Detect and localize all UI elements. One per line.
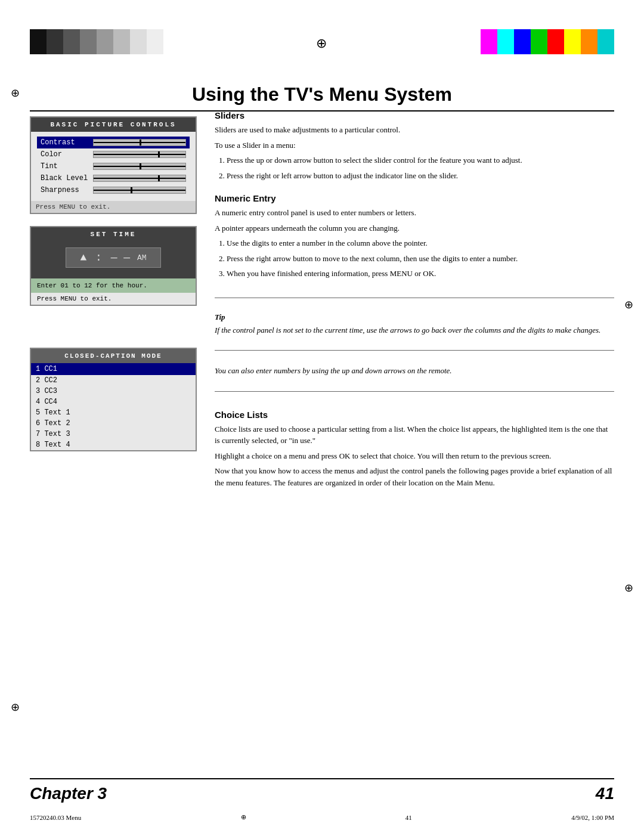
right-column: Sliders Sliders are used to make adjustm… [215, 110, 614, 761]
color-label: Color [41, 150, 88, 159]
cc-row-3: 3 CC3 [31, 386, 196, 397]
numeric-entry-intro: A numeric entry control panel is used to… [215, 207, 614, 219]
registration-mark-top [316, 36, 328, 48]
sliders-title: Sliders [215, 110, 614, 120]
sliders-step-2: Press the right or left arrow button to … [227, 170, 614, 182]
basic-picture-header: BASIC PICTURE CONTROLS [31, 117, 196, 132]
tip-label: Tip [215, 312, 614, 322]
set-time-body: ▲ : — — AM [31, 241, 196, 278]
menu-row-contrast: Contrast [37, 137, 190, 148]
color-swatch-r4 [531, 29, 547, 54]
slider-indicator-color [158, 151, 160, 157]
reg-mark-right-top: ⊕ [624, 298, 633, 311]
numeric-entry-intro2: A pointer appears underneath the column … [215, 222, 614, 234]
time-dashes: — — [111, 252, 130, 264]
sharpness-slider[interactable] [93, 187, 186, 194]
cc-row-7: 7 Text 3 [31, 429, 196, 439]
footer-page-num: 41 [596, 784, 614, 803]
time-colon: : [89, 252, 108, 264]
bottom-info-right: 4/9/02, 1:00 PM [571, 814, 614, 821]
color-swatch-r8 [597, 29, 614, 54]
contrast-slider[interactable] [93, 139, 186, 146]
cc-row-2: 2 CC2 [31, 375, 196, 386]
tip-divider-top [215, 298, 614, 298]
color-swatch-r3 [514, 29, 531, 54]
color-swatch-r5 [547, 29, 564, 54]
numeric-entry-section: Numeric Entry A numeric entry control pa… [215, 193, 614, 283]
color-swatch-6 [113, 29, 130, 54]
reg-mark-right-bottom: ⊕ [624, 581, 633, 594]
page-title: Using the TV's Menu System [30, 83, 614, 112]
cc-row-4: 4 CC4 [31, 397, 196, 407]
black-level-slider[interactable] [93, 175, 186, 182]
cc-row-5: 5 Text 1 [31, 407, 196, 418]
bottom-info-left: 15720240.03 Menu [30, 814, 81, 821]
bottom-info-center: 41 [405, 814, 412, 821]
sliders-step-1: Press the up or down arrow button to sel… [227, 154, 614, 166]
numeric-step-1: Use the digits to enter a number in the … [227, 237, 614, 249]
basic-picture-footer: Press MENU to exit. [31, 201, 196, 213]
main-content: BASIC PICTURE CONTROLS Contrast Color [30, 110, 614, 761]
color-swatch-r1 [481, 29, 497, 54]
left-column: BASIC PICTURE CONTROLS Contrast Color [30, 110, 197, 761]
footer-chapter: Chapter 3 [30, 784, 107, 803]
top-color-bar [0, 24, 644, 60]
spacer-middle [30, 318, 197, 336]
color-slider[interactable] [93, 151, 186, 158]
slider-indicator-tint [140, 163, 141, 169]
cc-row-1: 1 CC1 [31, 363, 196, 375]
choice-lists-section: Choice Lists Choice lists are used to ch… [215, 410, 614, 493]
black-level-label: Black Level [41, 174, 88, 182]
set-time-header: SET TIME [31, 227, 196, 241]
numeric-step-3: When you have finished entering informat… [227, 268, 614, 280]
sharpness-label: Sharpness [41, 186, 88, 194]
menu-row-sharpness: Sharpness [37, 184, 190, 196]
set-time-panel: SET TIME ▲ : — — AM Enter 01 to 12 for t… [30, 226, 197, 306]
slider-indicator-sharpness [131, 187, 132, 193]
color-swatch-4 [80, 29, 97, 54]
basic-picture-body: Contrast Color Tint [31, 132, 196, 201]
menu-row-black-level: Black Level [37, 172, 190, 184]
color-blocks-right [481, 29, 614, 54]
color-swatch-r6 [564, 29, 581, 54]
chapter-label: Chapter [30, 784, 93, 803]
cc-row-6: 6 Text 2 [31, 418, 196, 429]
tip-section-2: You can also enter numbers by using the … [215, 365, 614, 377]
color-blocks-left [30, 29, 163, 54]
menu-row-tint: Tint [37, 160, 190, 172]
tip-divider-mid [215, 350, 614, 351]
sliders-intro: Sliders are used to make adjustments to … [215, 124, 614, 136]
slider-line-color [94, 154, 185, 155]
tint-label: Tint [41, 162, 88, 171]
color-swatch-8 [147, 29, 163, 54]
time-am-label: AM [132, 253, 146, 262]
page-footer: Chapter 3 41 [30, 778, 614, 803]
chapter-num: 3 [98, 784, 107, 803]
tip-divider-bottom [215, 391, 614, 392]
slider-indicator-black-level [158, 175, 160, 181]
sliders-section: Sliders Sliders are used to make adjustm… [215, 110, 614, 185]
tint-slider[interactable] [93, 163, 186, 170]
choice-lists-para3: Now that you know how to access the menu… [215, 465, 614, 488]
menu-row-color: Color [37, 148, 190, 160]
slider-line-sharpness [94, 190, 185, 191]
choice-lists-intro: Choice lists are used to choose a partic… [215, 423, 614, 447]
sliders-subintro: To use a Slider in a menu: [215, 140, 614, 151]
set-time-footer: Press MENU to exit. [31, 293, 196, 305]
tip-section: Tip If the control panel is not set to t… [215, 312, 614, 336]
closed-caption-panel: CLOSED-CAPTION MODE 1 CC1 2 CC2 3 CC3 4 … [30, 348, 197, 451]
color-swatch-r2 [497, 29, 514, 54]
time-display: ▲ : — — AM [66, 247, 161, 268]
sliders-steps: Press the up or down arrow button to sel… [227, 154, 614, 181]
spacer-choice [215, 398, 614, 410]
numeric-entry-steps: Use the digits to enter a number in the … [227, 237, 614, 280]
reg-mark-left-top: ⊕ [11, 86, 20, 100]
crosshair-center [175, 36, 469, 48]
tip-text-2: You can also enter numbers by using the … [215, 365, 614, 377]
color-swatch-1 [30, 29, 47, 54]
color-swatch-r7 [581, 29, 597, 54]
slider-indicator-contrast [140, 140, 141, 145]
color-swatch-7 [130, 29, 147, 54]
color-swatch-5 [97, 29, 113, 54]
numeric-entry-title: Numeric Entry [215, 193, 614, 203]
